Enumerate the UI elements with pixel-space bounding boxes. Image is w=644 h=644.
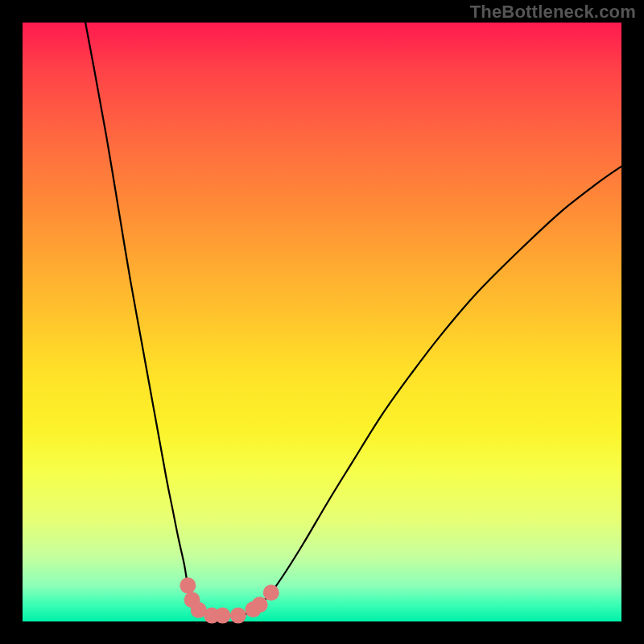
curve-marker (252, 597, 268, 613)
chart-frame: TheBottleneck.com (0, 0, 644, 644)
curve-markers (180, 577, 279, 623)
curve-marker (263, 584, 279, 601)
gradient-plot-area (23, 23, 621, 621)
curve-marker (230, 608, 246, 624)
curve-marker (180, 577, 196, 593)
curve-svg (23, 23, 621, 621)
bottleneck-curve (85, 23, 621, 616)
watermark-text: TheBottleneck.com (470, 2, 636, 23)
curve-marker (215, 608, 231, 624)
